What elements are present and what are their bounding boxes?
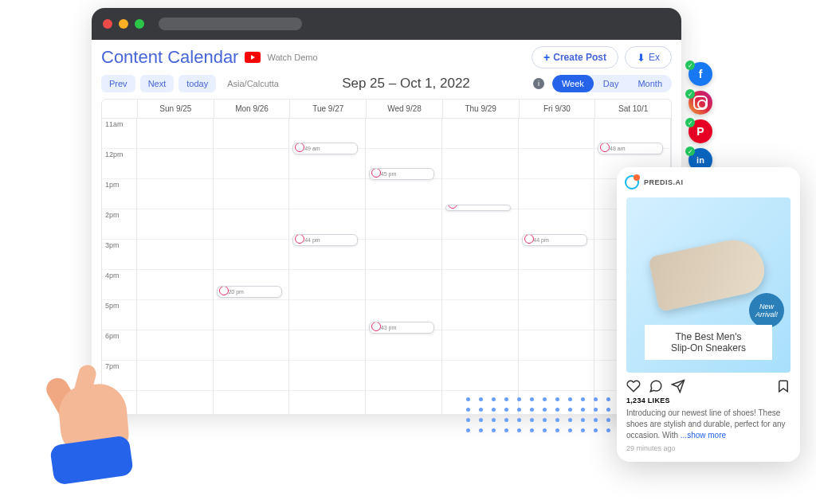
view-day-button[interactable]: Day: [594, 75, 629, 92]
day-header-cell: Sun 9/25: [137, 100, 214, 118]
preview-image: New Arrival! The Best Men's Slip-On Snea…: [626, 197, 790, 373]
calendar-event[interactable]: WORKOUT: [445, 205, 511, 211]
new-arrival-badge: New Arrival!: [749, 293, 784, 328]
time-label: 3pm: [102, 240, 136, 270]
day-column[interactable]: 11:49 amQUALITY AIRLINES02:44 pmWe Got Y…: [289, 119, 366, 414]
time-label: 1pm: [102, 179, 136, 209]
social-connection-stack: f P in: [688, 62, 712, 172]
day-column[interactable]: 02:44 pmAction Park: [519, 119, 595, 414]
comment-icon[interactable]: [649, 379, 663, 393]
watch-demo-link[interactable]: Watch Demo: [267, 53, 317, 62]
day-header-cell: Mon 9/26: [214, 100, 290, 118]
show-more-link[interactable]: ...show more: [681, 431, 726, 440]
url-bar[interactable]: [159, 18, 302, 30]
instagram-network-icon: [524, 234, 534, 244]
hand-illustration: [44, 357, 151, 480]
time-label: 5pm: [102, 300, 136, 330]
day-column[interactable]: WORKOUT: [442, 119, 519, 414]
timezone-label: Asia/Calcutta: [227, 79, 279, 88]
preview-brand: PREDIS.AI: [644, 178, 684, 186]
window-minimize-icon[interactable]: [119, 19, 128, 29]
pinterest-badge[interactable]: P: [688, 119, 712, 143]
day-column[interactable]: 12:45 pm05:43 pmEASY STEPS TO PLAY GUITA…: [366, 119, 442, 414]
calendar-grid: Sun 9/25Mon 9/26Tue 9/27Wed 9/28Thu 9/29…: [101, 99, 672, 414]
bookmark-icon[interactable]: [776, 379, 790, 393]
heart-icon[interactable]: [626, 379, 641, 393]
calendar-event[interactable]: 12:45 pm: [369, 168, 434, 180]
preview-caption: Introducing our newest line of shoes! Th…: [617, 408, 800, 444]
view-month-button[interactable]: Month: [628, 75, 672, 92]
instagram-badge[interactable]: [688, 91, 712, 115]
today-button[interactable]: today: [178, 75, 216, 92]
day-header-cell: Tue 9/27: [289, 100, 366, 118]
time-label: 11am: [102, 119, 136, 149]
calendar-event[interactable]: 11:49 amQUALITY AIRLINES: [292, 143, 358, 154]
time-label: 4pm: [102, 270, 136, 300]
page-title: Content Calendar: [101, 47, 238, 68]
predis-logo-icon: [625, 175, 639, 189]
calendar-event[interactable]: 02:44 pmAction Park: [522, 234, 587, 246]
decorative-dots: [466, 397, 613, 432]
sneaker-graphic: [648, 234, 768, 312]
facebook-badge[interactable]: f: [688, 62, 712, 86]
date-range: Sep 25 – Oct 1, 2022: [342, 76, 470, 92]
calendar-event[interactable]: 04:20 pmITALIAN DELIGHTS: [217, 286, 282, 298]
day-header-cell: Sat 10/1: [594, 100, 671, 118]
instagram-network-icon: [219, 286, 229, 295]
view-week-button[interactable]: Week: [552, 75, 594, 92]
create-post-button[interactable]: + Create Post: [532, 46, 618, 68]
info-icon[interactable]: i: [533, 78, 544, 89]
calendar-event[interactable]: 05:43 pmEASY STEPS TO PLAY GUITAR: [369, 322, 434, 334]
prev-button[interactable]: Prev: [101, 75, 135, 92]
window-titlebar: [92, 8, 681, 40]
day-header-cell: Fri 9/30: [519, 100, 595, 118]
content-calendar-window: Content Calendar Watch Demo + Create Pos…: [92, 8, 681, 414]
calendar-event[interactable]: 11:48 amWe Have The Burger You're Cravin…: [598, 143, 663, 154]
time-label: 2pm: [102, 209, 136, 240]
view-toggle: Week Day Month: [552, 75, 672, 92]
post-preview-card: PREDIS.AI New Arrival! The Best Men's Sl…: [617, 167, 800, 462]
day-column[interactable]: 04:20 pmITALIAN DELIGHTS: [214, 119, 290, 414]
day-header-cell: Wed 9/28: [366, 100, 442, 118]
preview-title: The Best Men's Slip-On Sneakers: [645, 325, 772, 360]
next-button[interactable]: Next: [140, 75, 175, 92]
calendar-event[interactable]: 02:44 pmWe Got You Covered: [292, 234, 358, 246]
download-icon: ⬇: [637, 52, 645, 64]
youtube-icon[interactable]: [245, 52, 261, 63]
time-label: 12pm: [102, 149, 136, 179]
plus-icon: +: [543, 51, 550, 64]
preview-timestamp: 29 minutes ago: [617, 444, 800, 462]
window-close-icon[interactable]: [103, 19, 112, 29]
share-icon[interactable]: [671, 379, 685, 393]
likes-count: 1,234 LIKES: [617, 397, 800, 408]
export-button[interactable]: ⬇ Ex: [625, 46, 672, 68]
day-header-cell: Thu 9/29: [442, 100, 519, 118]
window-maximize-icon[interactable]: [135, 19, 144, 29]
